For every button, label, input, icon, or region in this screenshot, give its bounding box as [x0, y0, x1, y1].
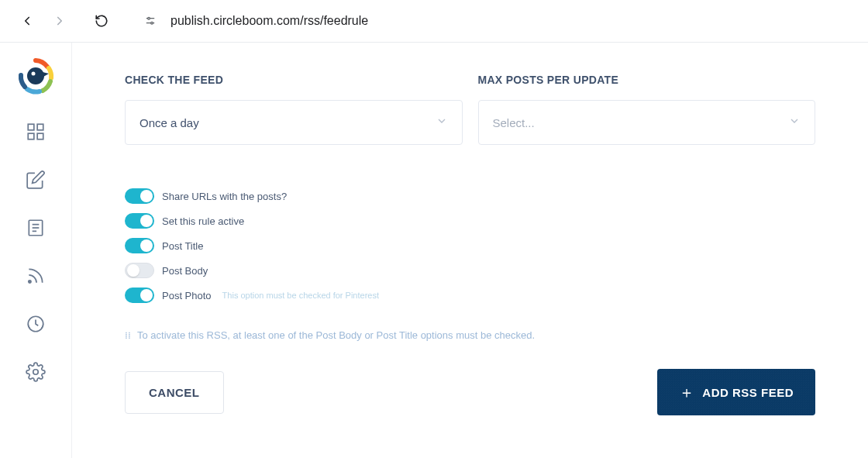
sidebar-item-schedule[interactable] — [24, 312, 47, 336]
form-actions: CANCEL ＋ ADD RSS FEED — [125, 369, 815, 415]
plus-icon: ＋ — [679, 384, 695, 400]
toggle-row: Post PhotoThis option must be checked fo… — [125, 288, 815, 303]
note-text: To activate this RSS, at least one of th… — [137, 329, 535, 341]
toggle-row: Share URLs with the posts? — [125, 188, 815, 204]
toggles-list: Share URLs with the posts?Set this rule … — [125, 188, 815, 303]
check-feed-value: Once a day — [140, 116, 199, 129]
toggle-label: Post Body — [162, 265, 208, 277]
svg-point-5 — [32, 72, 36, 76]
toggle-switch[interactable] — [125, 288, 154, 303]
svg-rect-6 — [28, 124, 34, 130]
sidebar-item-compose[interactable] — [24, 168, 47, 191]
toggle-switch[interactable] — [125, 188, 154, 204]
toggle-label: Post Photo — [162, 290, 212, 301]
app-shell: CHECK THE FEED Once a day MAX POSTS PER … — [0, 43, 868, 458]
svg-point-14 — [29, 281, 31, 283]
toggle-row: Post Body — [125, 263, 815, 278]
svg-point-4 — [27, 67, 44, 84]
main-content: CHECK THE FEED Once a day MAX POSTS PER … — [72, 43, 868, 458]
svg-point-3 — [151, 22, 153, 24]
site-settings-icon[interactable] — [144, 15, 157, 27]
max-posts-placeholder: Select... — [493, 116, 535, 129]
sidebar — [0, 43, 72, 458]
sidebar-item-articles[interactable] — [24, 216, 47, 239]
svg-rect-7 — [37, 124, 43, 130]
svg-rect-8 — [28, 133, 34, 139]
activation-note: ⁞⁞ To activate this RSS, at least one of… — [125, 329, 815, 341]
back-button[interactable] — [14, 8, 40, 34]
sidebar-item-settings[interactable] — [24, 360, 47, 384]
toggle-label: Post Title — [162, 240, 203, 252]
svg-point-16 — [33, 370, 39, 375]
sidebar-item-rss[interactable] — [24, 264, 47, 288]
check-feed-select[interactable]: Once a day — [125, 100, 463, 145]
check-feed-label: CHECK THE FEED — [125, 74, 463, 86]
sidebar-item-dashboard[interactable] — [24, 120, 47, 143]
toggle-label: Share URLs with the posts? — [162, 191, 287, 202]
toggle-row: Post Title — [125, 238, 815, 253]
toggle-label: Set this rule active — [162, 215, 244, 227]
add-rss-feed-button[interactable]: ＋ ADD RSS FEED — [657, 369, 815, 415]
max-posts-select[interactable]: Select... — [478, 100, 816, 145]
toggle-hint: This option must be checked for Pinteres… — [222, 291, 379, 300]
max-posts-label: MAX POSTS PER UPDATE — [478, 74, 816, 86]
chevron-down-icon — [436, 115, 448, 130]
cancel-button[interactable]: CANCEL — [125, 371, 224, 414]
toggle-switch[interactable] — [125, 213, 154, 229]
svg-point-1 — [148, 17, 150, 19]
url-text: publish.circleboom.com/rss/feedrule — [170, 14, 368, 28]
svg-rect-9 — [37, 133, 43, 139]
browser-toolbar: publish.circleboom.com/rss/feedrule — [0, 0, 868, 43]
toggle-switch[interactable] — [125, 263, 154, 278]
app-logo[interactable] — [16, 57, 55, 95]
add-rss-feed-label: ADD RSS FEED — [702, 386, 794, 399]
info-icon: ⁞⁞ — [125, 330, 131, 341]
toggle-row: Set this rule active — [125, 213, 815, 229]
address-bar[interactable]: publish.circleboom.com/rss/feedrule — [144, 14, 854, 28]
reload-button[interactable] — [88, 8, 115, 34]
chevron-down-icon — [788, 115, 801, 130]
toggle-switch[interactable] — [125, 238, 154, 253]
forward-button[interactable] — [46, 8, 73, 34]
